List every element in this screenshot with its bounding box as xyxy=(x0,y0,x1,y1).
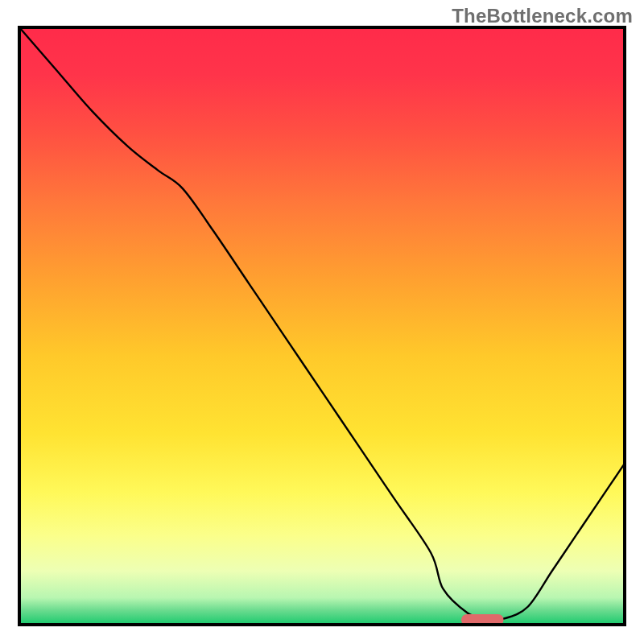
chart-root: TheBottleneck.com xyxy=(0,0,644,644)
chart-background xyxy=(19,27,625,625)
chart-svg xyxy=(0,0,644,644)
watermark-label: TheBottleneck.com xyxy=(452,5,633,27)
